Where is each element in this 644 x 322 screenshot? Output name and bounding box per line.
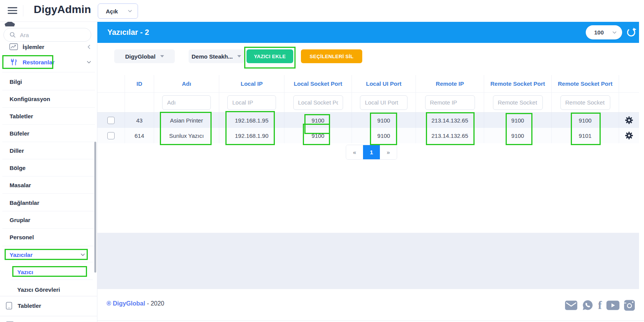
divider <box>10 262 93 262</box>
sidebar-item-tabletler[interactable]: Tabletler <box>0 300 97 311</box>
subitem-label: Yazıcı Görevleri <box>17 286 60 293</box>
cell-name: Asian Printer <box>154 113 219 128</box>
divider <box>2 90 95 90</box>
subitem-label: Yazıcılar <box>10 252 33 258</box>
sidebar-subitem-tabletler[interactable]: Tabletler <box>0 111 97 121</box>
instagram-icon[interactable] <box>624 300 635 311</box>
subitem-label: Bilgi <box>10 78 22 85</box>
sidebar-subitem-gruplar[interactable]: Gruplar <box>0 215 97 225</box>
header-local-ip[interactable]: Local IP <box>219 75 284 92</box>
row-settings-button[interactable] <box>625 131 633 140</box>
status-dropdown[interactable]: Açık <box>98 3 138 19</box>
header-id[interactable]: ID <box>125 75 154 92</box>
divider <box>2 176 95 177</box>
sidebar-subitem-masalar[interactable]: Masalar <box>0 180 97 190</box>
sidebar-scrollbar[interactable] <box>94 142 96 273</box>
header-name[interactable]: Adı <box>154 75 219 92</box>
pagination-prev-button[interactable]: « <box>346 145 363 159</box>
cell-local-ip: 192.168.1.95 <box>219 113 284 128</box>
footer-divider <box>97 320 644 321</box>
restaurant-icon <box>10 58 18 66</box>
add-printer-button[interactable]: YAZICI EKLE <box>246 49 293 63</box>
filter-local-socket-port-input[interactable] <box>293 95 343 110</box>
filter-local-ui-port-input[interactable] <box>360 95 407 110</box>
filter-remote-socket-port-2-input[interactable] <box>560 95 610 110</box>
filter-remote-ip-input[interactable] <box>425 95 475 110</box>
cell-id: 43 <box>125 113 154 128</box>
subitem-label: Personel <box>10 234 34 240</box>
printers-table: ID Adı Local IP Local Socket Port Local … <box>97 75 639 143</box>
whatsapp-icon[interactable] <box>582 299 593 311</box>
mail-icon[interactable] <box>565 301 577 310</box>
sidebar: Ara İşlemler Restoranlar Bilgi K <box>0 22 97 322</box>
row-checkbox[interactable] <box>107 132 115 139</box>
filter-checkbox-col <box>97 93 125 112</box>
facebook-icon[interactable]: f <box>598 300 602 310</box>
sidebar-subitem-yazicilar[interactable]: Yazıcılar <box>0 249 97 260</box>
cell-name: Sunlux Yazıcı <box>154 128 219 143</box>
partially-scrolled-icon <box>5 22 15 26</box>
filter-name-input[interactable] <box>162 95 211 110</box>
youtube-icon[interactable] <box>606 301 619 310</box>
subitem-label: Konfigürasyon <box>10 96 50 102</box>
status-dropdown-value: Açık <box>106 8 118 15</box>
refresh-icon[interactable] <box>626 27 636 38</box>
chevron-down-icon <box>80 253 85 257</box>
sidebar-item-label: Tabletler <box>18 302 41 309</box>
restaurant-dropdown[interactable]: Demo Steakh... <box>189 49 244 63</box>
row-checkbox[interactable] <box>107 117 115 124</box>
filter-remote-socket-port-input[interactable] <box>493 95 543 110</box>
sidebar-item-restoranlar[interactable]: Restoranlar <box>0 57 97 67</box>
sidebar-subitem-diller[interactable]: Diller <box>0 145 97 155</box>
sidebar-subitem-baglantilar[interactable]: Bağlantılar <box>0 198 97 208</box>
page-size-dropdown[interactable]: 100 <box>586 25 622 39</box>
chart-icon <box>9 43 18 51</box>
sidebar-item-label: Restoranlar <box>23 59 54 65</box>
subitem-label: Yazıcı <box>17 269 33 275</box>
sidebar-item-islemler[interactable]: İşlemler <box>0 41 97 52</box>
subitem-label: Büfeler <box>10 130 30 137</box>
header-remote-socket-port[interactable]: Remote Socket Port <box>484 75 551 92</box>
company-dropdown-value: DigyGlobal <box>125 53 155 60</box>
topbar-bottom-line <box>0 21 97 22</box>
filter-local-ip-input[interactable] <box>227 95 276 110</box>
chevron-down-icon <box>87 60 91 64</box>
hamburger-menu-icon[interactable] <box>8 7 17 15</box>
filter-id-col <box>125 93 154 112</box>
cell-local-ip: 192.168.1.90 <box>219 128 284 143</box>
company-dropdown[interactable]: DigyGlobal <box>114 49 175 63</box>
search-placeholder: Ara <box>20 32 29 38</box>
divider <box>2 107 95 108</box>
sidebar-subitem-yazici-gorevleri[interactable]: Yazıcı Görevleri <box>0 284 97 295</box>
delete-selected-button[interactable]: SEÇİLENLERİ SİL <box>301 49 362 63</box>
table-header-row: ID Adı Local IP Local Socket Port Local … <box>97 75 639 93</box>
sidebar-subitem-konfigurasyon[interactable]: Konfigürasyon <box>0 94 97 104</box>
row-settings-button[interactable] <box>625 116 633 124</box>
chevron-left-icon <box>87 44 90 49</box>
sidebar-subitem-bufeler[interactable]: Büfeler <box>0 128 97 138</box>
pagination-page-1-button[interactable]: 1 <box>363 145 380 159</box>
subitem-label: Tabletler <box>10 113 33 119</box>
divider <box>0 296 97 296</box>
sidebar-subitem-yazici[interactable]: Yazıcı <box>0 266 97 277</box>
gear-icon <box>625 131 633 140</box>
header-remote-socket-port-2[interactable]: Remote Socket Port <box>551 75 619 92</box>
tablet-icon <box>6 302 12 310</box>
pagination-next-button[interactable]: » <box>380 145 397 159</box>
subitem-label: Gruplar <box>10 217 30 223</box>
subitem-label: Masalar <box>10 182 31 188</box>
chevron-down-icon <box>128 10 132 13</box>
sidebar-subitem-bilgi[interactable]: Bilgi <box>0 77 97 87</box>
divider <box>2 246 95 246</box>
sidebar-search[interactable]: Ara <box>3 28 91 42</box>
divider <box>2 159 95 159</box>
divider <box>0 316 97 316</box>
page-size-value: 100 <box>594 29 604 36</box>
footer-brand-link[interactable]: ® DigyGlobal <box>107 300 145 307</box>
sidebar-item-tasarimlar[interactable]: Tasarımlar <box>0 319 97 322</box>
header-remote-ip[interactable]: Remote IP <box>416 75 484 92</box>
sidebar-subitem-bolge[interactable]: Bölge <box>0 163 97 173</box>
header-local-socket-port[interactable]: Local Socket Port <box>284 75 352 92</box>
header-local-ui-port[interactable]: Local UI Port <box>352 75 416 92</box>
sidebar-subitem-personel[interactable]: Personel <box>0 232 97 242</box>
